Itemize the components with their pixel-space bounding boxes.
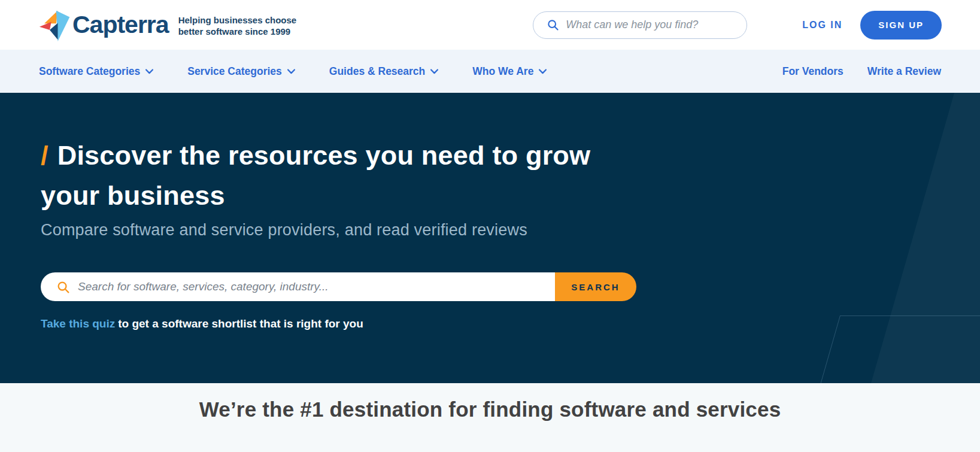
nav-item-guides-research[interactable]: Guides & Research: [329, 65, 438, 78]
search-icon: [56, 280, 70, 294]
hero-section: /Discover the resources you need to grow…: [0, 93, 980, 383]
nav-item-label: Service Categories: [187, 65, 282, 78]
nav-link-for-vendors[interactable]: For Vendors: [782, 65, 844, 78]
chevron-down-icon: [287, 69, 295, 74]
chevron-down-icon: [145, 69, 153, 74]
hero-subtitle: Compare software and service providers, …: [41, 221, 980, 239]
capterra-logo[interactable]: Capterra: [39, 9, 169, 41]
nav-item-label: Guides & Research: [329, 65, 425, 78]
hero-title-line-2: your business: [41, 180, 225, 211]
destination-heading: We’re the #1 destination for finding sof…: [0, 397, 980, 422]
brand-wordmark: Capterra: [72, 11, 169, 39]
quiz-link[interactable]: Take this quiz: [41, 317, 115, 330]
login-link[interactable]: LOG IN: [802, 20, 842, 31]
brand-tagline: Helping businesses choose better softwar…: [178, 13, 297, 37]
capterra-logo-icon: [39, 9, 71, 41]
signup-button[interactable]: SIGN UP: [860, 11, 942, 40]
top-header: Capterra Helping businesses choose bette…: [0, 0, 980, 50]
header-search-input[interactable]: [566, 19, 737, 31]
tagline-line-1: Helping businesses choose: [178, 14, 297, 26]
destination-section: We’re the #1 destination for finding sof…: [0, 383, 980, 452]
quiz-line: Take this quizto get a software shortlis…: [41, 317, 980, 330]
tagline-line-2: better software since 1999: [178, 26, 297, 37]
hero-search-button[interactable]: SEARCH: [555, 272, 636, 301]
nav-menu-group: Software Categories Service Categories G…: [39, 65, 547, 78]
chevron-down-icon: [539, 69, 547, 74]
nav-item-who-we-are[interactable]: Who We Are: [472, 65, 547, 78]
nav-link-write-a-review[interactable]: Write a Review: [867, 65, 941, 78]
hero-search-bar: SEARCH: [41, 272, 636, 301]
nav-item-software-categories[interactable]: Software Categories: [39, 65, 153, 78]
main-nav: Software Categories Service Categories G…: [0, 50, 980, 93]
nav-item-label: Who We Are: [472, 65, 533, 78]
header-search[interactable]: [533, 11, 747, 39]
search-icon: [547, 19, 559, 31]
chevron-down-icon: [430, 69, 438, 74]
hero-search-field[interactable]: [41, 272, 555, 301]
quiz-text: to get a software shortlist that is righ…: [118, 317, 363, 330]
nav-item-service-categories[interactable]: Service Categories: [187, 65, 295, 78]
hero-search-input[interactable]: [78, 280, 545, 293]
nav-item-label: Software Categories: [39, 65, 140, 78]
nav-secondary-group: For Vendors Write a Review: [782, 65, 941, 78]
hero-title-line-1: Discover the resources you need to grow: [57, 140, 591, 171]
hero-title: /Discover the resources you need to grow…: [41, 135, 980, 216]
hero-title-slash: /: [41, 140, 48, 171]
